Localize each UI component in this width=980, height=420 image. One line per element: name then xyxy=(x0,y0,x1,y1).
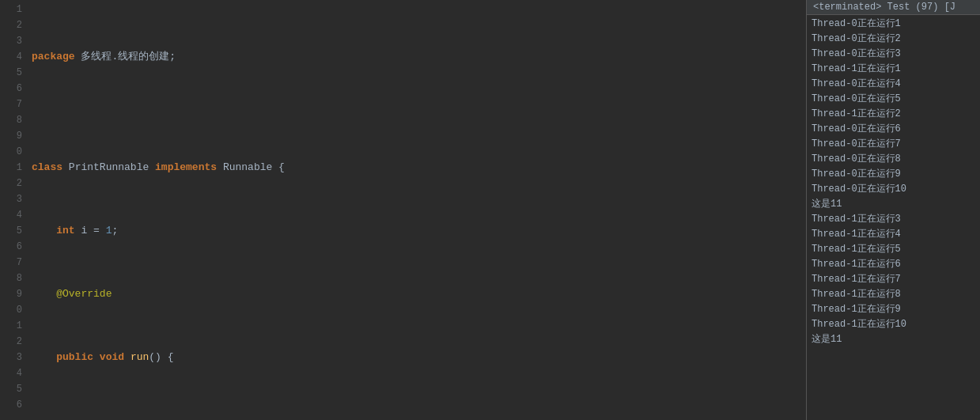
output-line: Thread-1正在运行3 xyxy=(812,212,975,227)
output-line: Thread-1正在运行7 xyxy=(812,272,975,287)
code-line-5: @Override xyxy=(28,286,806,302)
output-line: Thread-1正在运行9 xyxy=(812,302,975,317)
output-line: Thread-0正在运行7 xyxy=(812,137,975,152)
code-content[interactable]: package 多线程.线程的创建; class PrintRunnable i… xyxy=(28,0,806,420)
output-line: Thread-0正在运行8 xyxy=(812,152,975,167)
output-line: Thread-0正在运行4 xyxy=(812,77,975,92)
output-line: Thread-0正在运行2 xyxy=(812,32,975,47)
code-line-6: public void run() { xyxy=(28,350,806,365)
output-panel: <terminated> Test (97) [J Thread-0正在运行1 … xyxy=(806,0,980,420)
output-line: Thread-0正在运行10 xyxy=(812,182,975,197)
output-line: 这是11 xyxy=(812,332,975,347)
output-content[interactable]: Thread-0正在运行1 Thread-0正在运行2 Thread-0正在运行… xyxy=(807,15,980,420)
line-numbers: 1 2 3 4 5 6 7 8 9 0 1 2 3 4 5 6 7 8 9 0 … xyxy=(0,0,28,420)
output-line: Thread-1正在运行1 xyxy=(812,62,975,77)
output-line: Thread-0正在运行5 xyxy=(812,92,975,107)
output-line: 这是11 xyxy=(812,197,975,212)
code-line-4: int i = 1; xyxy=(28,223,806,239)
output-line: Thread-0正在运行6 xyxy=(812,122,975,137)
editor-panel: 1 2 3 4 5 6 7 8 9 0 1 2 3 4 5 6 7 8 9 0 … xyxy=(0,0,806,420)
output-line: Thread-0正在运行9 xyxy=(812,167,975,182)
output-line: Thread-0正在运行3 xyxy=(812,47,975,62)
output-line: Thread-1正在运行2 xyxy=(812,107,975,122)
output-line: Thread-1正在运行5 xyxy=(812,242,975,257)
output-line: Thread-1正在运行4 xyxy=(812,227,975,242)
code-area: 1 2 3 4 5 6 7 8 9 0 1 2 3 4 5 6 7 8 9 0 … xyxy=(0,0,806,420)
output-line: Thread-0正在运行1 xyxy=(812,17,975,32)
output-line: Thread-1正在运行10 xyxy=(812,317,975,332)
output-line: Thread-1正在运行6 xyxy=(812,257,975,272)
output-header: <terminated> Test (97) [J xyxy=(807,0,980,15)
code-line-1: package 多线程.线程的创建; xyxy=(28,49,806,65)
output-line: Thread-1正在运行8 xyxy=(812,287,975,302)
code-line-3: class PrintRunnable implements Runnable … xyxy=(28,160,806,176)
